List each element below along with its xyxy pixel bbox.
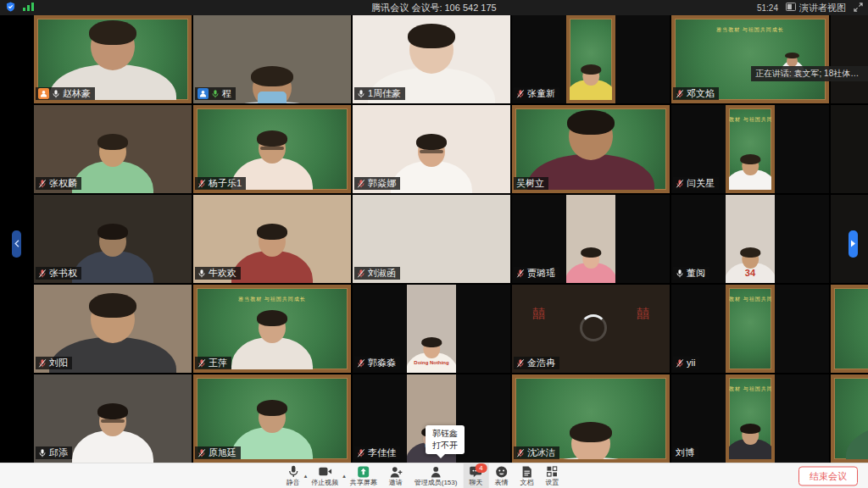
speaker-view-toggle[interactable]: 演讲者视图 [786, 2, 846, 14]
video-tile[interactable] [831, 374, 868, 463]
video-tile[interactable]: 囍囍金浩冉 [512, 285, 670, 373]
participant-name: 赵林豪 [63, 88, 91, 99]
video-tile[interactable]: 杨子乐1 [193, 105, 351, 193]
title-bar: 腾讯会议 会议号: 106 542 175 51:24 演讲者视图 [0, 0, 868, 15]
person-hair [257, 130, 287, 147]
person-head [742, 250, 759, 269]
person-hair [97, 134, 128, 150]
previous-page-arrow[interactable] [12, 230, 21, 258]
video-tile[interactable]: 贾璐瑶 [512, 195, 670, 283]
participant-silhouette [726, 426, 775, 459]
person-hair [251, 66, 293, 86]
speaking-now-tooltip: 正在讲话: 袁文军; 18社体田海... [751, 66, 868, 81]
video-stage: 赵林豪程1周佳豪张童新雅当教材 与祖国共同成长邓文焰张权麟杨子乐1郭焱娜吴树立雅… [0, 15, 868, 463]
video-tile[interactable] [831, 15, 868, 103]
emoji-button[interactable]: 表情 [488, 463, 514, 488]
video-tile[interactable]: 雅当教材 与祖国共同成长yii [671, 285, 829, 373]
glasses [260, 147, 284, 150]
participant-name: 张童新 [527, 88, 555, 99]
chat-button[interactable]: 聊天4 [463, 463, 488, 488]
members-button[interactable]: 管理成员(153) [409, 463, 464, 488]
participant-name-label: 杨子乐1 [195, 177, 246, 190]
video-tile[interactable]: 刘淑函 [353, 195, 510, 283]
participant-name-label: 刘博 [673, 446, 698, 459]
video-tile[interactable] [831, 285, 868, 373]
participant-name: 原旭廷 [209, 447, 236, 458]
video-tile[interactable]: 雅当教材 与祖国共同成长王萍 [193, 285, 351, 373]
next-page-arrow[interactable] [849, 230, 858, 258]
participant-name: 吴树立 [516, 178, 544, 189]
end-meeting-button[interactable]: 结束会议 [798, 466, 858, 485]
video-tile[interactable]: 雅当教材 与祖国共同成长闫关星 [671, 105, 829, 193]
chevron-left-icon [14, 240, 19, 249]
video-tile[interactable]: 沈冰洁 [512, 374, 670, 463]
video-tile[interactable]: 邱添 [34, 374, 192, 463]
mic-icon [676, 269, 684, 279]
video-tile[interactable]: 张权麟 [34, 105, 192, 193]
video-tile[interactable]: 原旭廷 [193, 374, 351, 463]
person-head [259, 226, 286, 257]
docs-icon [521, 465, 531, 478]
video-icon [318, 465, 331, 478]
chevron-right-icon [850, 240, 856, 249]
chat-preview-popup[interactable]: 郭钰鑫 打不开 [426, 425, 465, 454]
video-tile[interactable]: 赵林豪 [34, 15, 192, 103]
settings-button[interactable]: 设置 [539, 463, 565, 488]
video-feed: 雅当教材 与祖国共同成长 [726, 105, 775, 193]
video-feed [831, 374, 868, 463]
share-button[interactable]: 共享屏幕 [344, 463, 383, 488]
video-tile[interactable] [831, 105, 868, 193]
participant-name-label: 郭焱娜 [354, 177, 400, 190]
mic-muted-icon [516, 448, 525, 458]
participant-name-label: 1周佳豪 [354, 87, 405, 100]
video-tile[interactable]: 雅当教材 与祖国共同成长邓文焰 [671, 15, 829, 103]
face-mask [258, 92, 287, 103]
person-head [418, 136, 445, 167]
participant-name: 金浩冉 [527, 358, 555, 369]
video-feed [831, 15, 868, 103]
video-tile[interactable]: 吴树立 [512, 105, 670, 193]
person-head [99, 406, 126, 436]
mic-icon [52, 89, 60, 99]
video-feed [831, 285, 868, 373]
mute-button[interactable]: 静音 [281, 463, 306, 488]
invite-button[interactable]: 邀请 [383, 463, 409, 488]
chalkboard-slogan: 雅当教材 与祖国共同成长 [726, 296, 775, 303]
mute-label: 静音 [287, 478, 300, 487]
mic-muted-icon [357, 448, 365, 458]
person-head [99, 226, 126, 257]
mute-icon [287, 465, 298, 478]
video-tile[interactable]: 牛欢欢 [193, 195, 351, 283]
person-head [91, 296, 135, 343]
video-feed [831, 105, 868, 193]
participant-name: 程 [222, 88, 231, 99]
participant-silhouette [391, 136, 472, 193]
video-tile[interactable]: 张童新 [512, 15, 670, 103]
video-tile[interactable]: 程 [193, 15, 351, 103]
video-button[interactable]: 停止视频 [305, 463, 344, 488]
members-label: 管理成员(153) [415, 478, 458, 487]
mic-muted-icon [357, 269, 365, 279]
participant-silhouette [566, 250, 615, 283]
video-tile[interactable]: 34董阅 [671, 195, 829, 283]
video-tile[interactable]: Doing Nothing郭淼淼 [353, 285, 510, 373]
video-grid: 赵林豪程1周佳豪张童新雅当教材 与祖国共同成长邓文焰张权麟杨子乐1郭焱娜吴树立雅… [0, 15, 868, 463]
video-tile[interactable]: 雅当教材 与祖国共同成长刘博 [671, 374, 829, 463]
chalkboard-slogan: 雅当教材 与祖国共同成长 [726, 385, 775, 393]
participant-name: 邱添 [49, 447, 68, 458]
view-toggle-label: 演讲者视图 [799, 2, 846, 14]
participant-name: 郭淼淼 [368, 358, 396, 369]
video-tile[interactable]: 刘阳 [34, 285, 192, 373]
person-hair [740, 247, 760, 258]
video-tile[interactable]: 张书权 [34, 195, 192, 283]
docs-button[interactable]: 文档 [514, 463, 539, 488]
fullscreen-icon[interactable] [854, 3, 863, 14]
video-tile[interactable]: 1周佳豪 [353, 15, 510, 103]
person-head [253, 69, 292, 103]
chalkboard-slogan: 雅当教材 与祖国共同成长 [726, 116, 775, 124]
video-tile[interactable]: 郭焱娜 [353, 105, 510, 193]
title-bar-right: 51:24 演讲者视图 [757, 0, 863, 15]
participant-name-label: 郭淼淼 [354, 357, 400, 369]
person-hair [257, 310, 287, 326]
participant-name-label: 董阅 [673, 267, 709, 280]
